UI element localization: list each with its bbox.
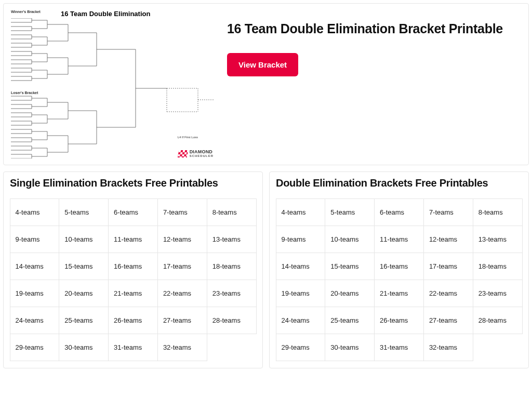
- logo-text-2: SCHEDULER: [190, 154, 214, 157]
- double-link-8-teams[interactable]: 8-teams: [473, 198, 523, 226]
- double-link-27-teams[interactable]: 27-teams: [423, 307, 473, 334]
- single-link-6-teams[interactable]: 6-teams: [108, 198, 158, 226]
- single-link-22-teams[interactable]: 22-teams: [157, 280, 207, 307]
- single-link-28-teams[interactable]: 28-teams: [207, 307, 257, 334]
- logo-mark-icon: [177, 150, 188, 157]
- single-link-24-teams[interactable]: 24-teams: [10, 307, 60, 334]
- double-link-20-teams[interactable]: 20-teams: [325, 280, 375, 307]
- double-link-10-teams[interactable]: 10-teams: [325, 226, 375, 253]
- double-link-5-teams[interactable]: 5-teams: [325, 198, 375, 226]
- single-link-29-teams[interactable]: 29-teams: [10, 334, 60, 361]
- double-link-14-teams[interactable]: 14-teams: [276, 253, 326, 280]
- single-link-7-teams[interactable]: 7-teams: [157, 198, 207, 226]
- double-link-6-teams[interactable]: 6-teams: [374, 198, 424, 226]
- double-heading: Double Elimination Brackets Free Printab…: [276, 177, 522, 189]
- single-link-14-teams[interactable]: 14-teams: [10, 253, 60, 280]
- single-link-21-teams[interactable]: 21-teams: [108, 280, 158, 307]
- single-team-grid: 4-teams5-teams6-teams7-teams8-teams9-tea…: [10, 198, 256, 361]
- double-link-29-teams[interactable]: 29-teams: [276, 334, 326, 361]
- double-link-19-teams[interactable]: 19-teams: [276, 280, 326, 307]
- featured-heading: 16 Team Double Elimination Bracket Print…: [227, 21, 523, 36]
- single-link-8-teams[interactable]: 8-teams: [207, 198, 257, 226]
- winners-bracket-label: Winner's Bracket: [11, 10, 41, 14]
- single-link-13-teams[interactable]: 13-teams: [207, 226, 257, 253]
- single-link-19-teams[interactable]: 19-teams: [10, 280, 60, 307]
- view-bracket-button[interactable]: View Bracket: [227, 53, 298, 76]
- single-link-27-teams[interactable]: 27-teams: [157, 307, 207, 334]
- single-link-11-teams[interactable]: 11-teams: [108, 226, 158, 253]
- bracket-grids-row: Single Elimination Brackets Free Printab…: [3, 171, 529, 368]
- double-link-30-teams[interactable]: 30-teams: [325, 334, 375, 361]
- single-link-12-teams[interactable]: 12-teams: [157, 226, 207, 253]
- featured-bracket-card: Winner's Bracket Loser's Bracket 16 Team…: [3, 3, 529, 165]
- double-elimination-card: Double Elimination Brackets Free Printab…: [269, 171, 529, 368]
- double-link-18-teams[interactable]: 18-teams: [473, 253, 523, 280]
- double-link-9-teams[interactable]: 9-teams: [276, 226, 326, 253]
- double-link-17-teams[interactable]: 17-teams: [423, 253, 473, 280]
- double-link-13-teams[interactable]: 13-teams: [473, 226, 523, 253]
- thumbnail-title: 16 Team Double Elimination: [61, 10, 150, 18]
- double-link-7-teams[interactable]: 7-teams: [423, 198, 473, 226]
- if-first-loss-note: L4 If First Loss: [178, 136, 198, 139]
- single-link-30-teams[interactable]: 30-teams: [59, 334, 109, 361]
- double-link-16-teams[interactable]: 16-teams: [374, 253, 424, 280]
- double-link-4-teams[interactable]: 4-teams: [276, 198, 326, 226]
- double-link-31-teams[interactable]: 31-teams: [374, 334, 424, 361]
- double-link-24-teams[interactable]: 24-teams: [276, 307, 326, 334]
- single-link-25-teams[interactable]: 25-teams: [59, 307, 109, 334]
- single-elimination-card: Single Elimination Brackets Free Printab…: [3, 171, 263, 368]
- double-link-26-teams[interactable]: 26-teams: [374, 307, 424, 334]
- bracket-thumbnail: Winner's Bracket Loser's Bracket 16 Team…: [9, 9, 217, 160]
- double-link-22-teams[interactable]: 22-teams: [423, 280, 473, 307]
- double-link-32-teams[interactable]: 32-teams: [423, 334, 473, 361]
- single-link-26-teams[interactable]: 26-teams: [108, 307, 158, 334]
- single-link-18-teams[interactable]: 18-teams: [207, 253, 257, 280]
- double-link-11-teams[interactable]: 11-teams: [374, 226, 424, 253]
- single-link-15-teams[interactable]: 15-teams: [59, 253, 109, 280]
- double-link-12-teams[interactable]: 12-teams: [423, 226, 473, 253]
- double-link-21-teams[interactable]: 21-teams: [374, 280, 424, 307]
- single-link-5-teams[interactable]: 5-teams: [59, 198, 109, 226]
- single-link-31-teams[interactable]: 31-teams: [108, 334, 158, 361]
- single-link-9-teams[interactable]: 9-teams: [10, 226, 60, 253]
- double-empty-cell: [473, 334, 523, 361]
- single-link-17-teams[interactable]: 17-teams: [157, 253, 207, 280]
- featured-info: 16 Team Double Elimination Bracket Print…: [227, 9, 523, 76]
- single-link-20-teams[interactable]: 20-teams: [59, 280, 109, 307]
- double-team-grid: 4-teams5-teams6-teams7-teams8-teams9-tea…: [276, 198, 522, 361]
- single-link-32-teams[interactable]: 32-teams: [157, 334, 207, 361]
- double-link-15-teams[interactable]: 15-teams: [325, 253, 375, 280]
- single-link-16-teams[interactable]: 16-teams: [108, 253, 158, 280]
- double-link-23-teams[interactable]: 23-teams: [473, 280, 523, 307]
- logo-text-1: DIAMOND: [190, 150, 214, 154]
- single-link-23-teams[interactable]: 23-teams: [207, 280, 257, 307]
- single-link-10-teams[interactable]: 10-teams: [59, 226, 109, 253]
- single-empty-cell: [207, 334, 257, 361]
- single-link-4-teams[interactable]: 4-teams: [10, 198, 60, 226]
- double-link-28-teams[interactable]: 28-teams: [473, 307, 523, 334]
- double-link-25-teams[interactable]: 25-teams: [325, 307, 375, 334]
- single-heading: Single Elimination Brackets Free Printab…: [10, 177, 256, 189]
- diamond-scheduler-logo: DIAMOND SCHEDULER: [178, 150, 214, 157]
